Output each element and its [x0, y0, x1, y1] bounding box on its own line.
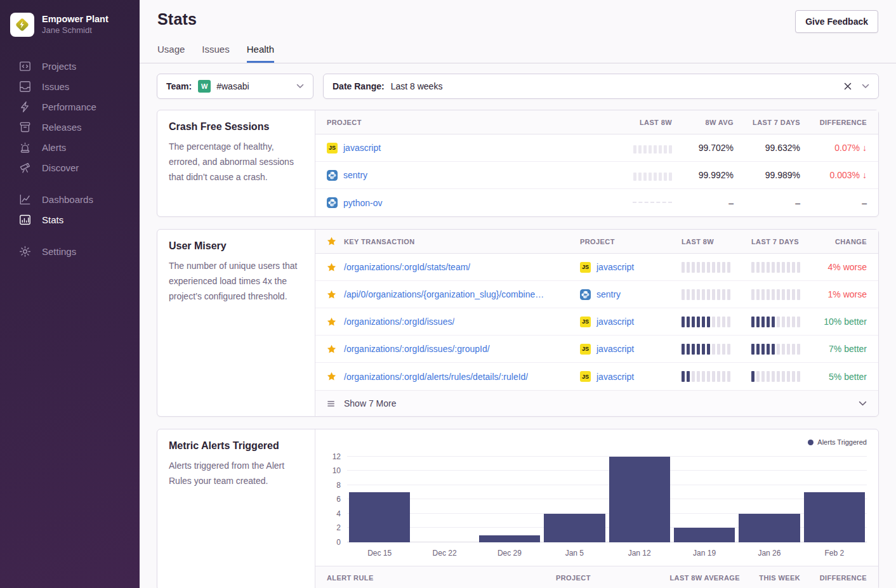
- sparkline-bar: [697, 371, 700, 382]
- y-tick-label: 0: [336, 538, 341, 547]
- sidebar-item-settings[interactable]: Settings: [0, 241, 140, 261]
- sparkline-bar: [707, 317, 710, 327]
- sparkline-bar: [722, 317, 725, 327]
- transaction-link[interactable]: /organizations/:orgId/issues/: [344, 317, 454, 327]
- sparkline-bar: [761, 262, 765, 273]
- sidebar-item-projects[interactable]: Projects: [0, 56, 140, 76]
- panel-description: Alerts triggered from the Alert Rules yo…: [169, 458, 303, 488]
- plot-area: [347, 447, 867, 542]
- sparkline-bar: [702, 262, 705, 273]
- project-link[interactable]: javascript: [596, 372, 634, 382]
- sidebar-item-issues[interactable]: Issues: [0, 76, 140, 96]
- sparkline-bar: [722, 371, 725, 382]
- sparkline-bar: [777, 344, 780, 355]
- sparkline-bar: [638, 173, 642, 181]
- sparkline-bar: [697, 344, 700, 355]
- sidebar-item-releases[interactable]: Releases: [0, 117, 140, 137]
- crash-free-sessions-panel: Crash Free Sessions The percentage of he…: [157, 110, 879, 217]
- project-link[interactable]: python-ov: [343, 198, 382, 208]
- sparkline-bar: [682, 289, 685, 300]
- sparkline-bar: [682, 317, 685, 327]
- sparkline-bar: [727, 262, 730, 273]
- sparkline-bar: [782, 262, 785, 273]
- last-7d-cell: [751, 344, 821, 355]
- x-tick-label: Dec 22: [412, 549, 477, 558]
- sidebar-item-discover[interactable]: Discover: [0, 157, 140, 178]
- change-value: 1% worse: [821, 289, 867, 299]
- table-row: /organizations/:orgId/issues/:groupId/JS…: [315, 336, 878, 363]
- transaction-link[interactable]: /organizations/:orgId/alerts/rules/detai…: [344, 372, 528, 382]
- bar-slot: [412, 447, 477, 542]
- sparkline-bar: [692, 262, 695, 273]
- sparkline-bar: [756, 371, 760, 382]
- sparkline-bar: [664, 173, 667, 181]
- project-link[interactable]: javascript: [596, 317, 634, 327]
- transaction-link[interactable]: /api/0/organizations/{organization_slug}…: [344, 289, 544, 299]
- project-link[interactable]: javascript: [596, 262, 634, 272]
- sparkline-bar: [751, 317, 754, 327]
- org-switcher[interactable]: Empower Plant Jane Schmidt: [0, 13, 140, 37]
- bar: [674, 528, 735, 542]
- column-header: LAST 7 DAYS: [751, 238, 821, 245]
- date-range-value: Last 8 weeks: [391, 81, 443, 91]
- sparkline-bar: [717, 317, 720, 327]
- last7-value: 99.989%: [734, 170, 800, 180]
- dashed-trend-line: [633, 202, 672, 203]
- sparkline-bar: [707, 344, 710, 355]
- date-range-filter[interactable]: Date Range: Last 8 weeks: [323, 74, 879, 99]
- project-link[interactable]: sentry: [596, 289, 621, 299]
- sidebar-item-dashboards[interactable]: Dashboards: [0, 189, 140, 209]
- project-cell: JSjavascript: [580, 262, 682, 273]
- x-tick-label: Jan 12: [607, 549, 672, 558]
- last7-value: 99.632%: [734, 143, 800, 153]
- sparkline-bar: [772, 289, 775, 300]
- bar-slot: [802, 447, 867, 542]
- sidebar-item-label: Dashboards: [42, 194, 93, 205]
- avg-value: 99.992%: [672, 170, 734, 180]
- project-link[interactable]: sentry: [343, 170, 367, 180]
- sidebar-item-alerts[interactable]: Alerts: [0, 137, 140, 157]
- tab-issues[interactable]: Issues: [202, 44, 229, 63]
- project-link[interactable]: javascript: [343, 143, 381, 153]
- table-header: PROJECTLAST 8W8W AVGLAST 7 DAYSDIFFERENC…: [315, 110, 878, 134]
- transaction-link[interactable]: /organizations/:orgId/issues/:groupId/: [344, 344, 490, 354]
- project-cell: python-ov: [327, 197, 596, 208]
- project-link[interactable]: javascript: [596, 344, 634, 354]
- sparkline-bar: [697, 317, 700, 327]
- column-header: DIFFERENCE: [800, 119, 867, 126]
- last7-value: –: [734, 198, 800, 208]
- team-filter[interactable]: Team: W #wasabi: [157, 74, 313, 99]
- last-8w-cell: [682, 262, 751, 273]
- sparkline: [751, 344, 800, 355]
- transaction-link[interactable]: /organizations/:orgId/stats/team/: [344, 262, 470, 272]
- show-more-label: Show 7 More: [344, 398, 396, 408]
- sidebar-item-stats[interactable]: Stats: [0, 209, 140, 230]
- trend-cell: [596, 202, 672, 204]
- sparkline-bar: [687, 344, 690, 355]
- sidebar-item-label: Releases: [42, 122, 82, 133]
- sparkline-bar: [787, 371, 790, 382]
- sidebar-item-performance[interactable]: Performance: [0, 96, 140, 117]
- give-feedback-button[interactable]: Give Feedback: [795, 10, 878, 33]
- sparkline-bar: [792, 262, 795, 273]
- bar-series: [347, 447, 867, 542]
- sparkline-bar: [797, 371, 800, 382]
- close-icon[interactable]: [844, 82, 852, 90]
- show-more-button[interactable]: Show 7 More: [315, 390, 878, 416]
- sparkline-bar: [751, 344, 754, 355]
- y-tick-label: 2: [336, 523, 341, 532]
- last-8w-cell: [682, 317, 751, 327]
- javascript-platform-icon: JS: [580, 371, 591, 382]
- sparkline: [682, 289, 730, 300]
- chevron-down-icon[interactable]: [862, 84, 869, 89]
- key-transaction-cell: /organizations/:orgId/issues/:groupId/: [327, 344, 580, 354]
- table-row: JSjavascript99.702%99.632%0.07%↓: [315, 134, 878, 162]
- settings-icon: [19, 245, 31, 258]
- tab-usage[interactable]: Usage: [157, 44, 185, 63]
- legend-item[interactable]: Alerts Triggered: [808, 438, 867, 446]
- sparkline-bar: [782, 371, 785, 382]
- tab-health[interactable]: Health: [247, 44, 274, 63]
- sparkline-bar: [712, 344, 715, 355]
- page-title: Stats: [157, 10, 197, 29]
- sparkline-bar: [687, 262, 690, 273]
